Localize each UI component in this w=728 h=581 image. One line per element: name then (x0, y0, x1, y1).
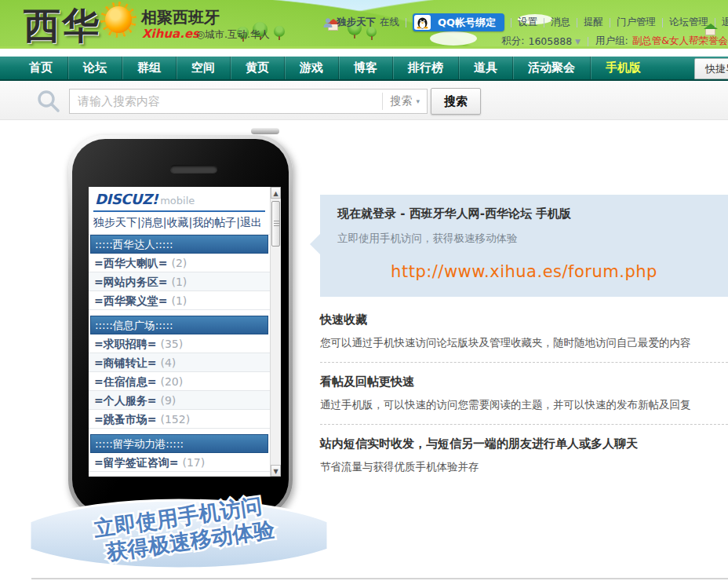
header-link-messages[interactable]: 消息 (551, 16, 570, 29)
discuz-logo: DISCUZ! (95, 191, 158, 207)
forum-name: =求职招聘= (94, 338, 156, 350)
logo-slogan: 相聚西班牙 (141, 7, 220, 28)
forum-name: =跳蚤市场= (94, 413, 156, 426)
site-banner: 西华 相聚西班牙 Xihua.es ◎城市.互动.华人 独步天下 在线 QQ帐号… (0, 0, 728, 49)
forum-count: (20) (160, 375, 183, 388)
username-link[interactable]: 独步天下 (337, 16, 376, 29)
footer-divider (31, 578, 728, 579)
nav-item-yellowpages[interactable]: 黄页 (230, 57, 284, 79)
qq-bind-button[interactable]: QQ帐号绑定 (413, 13, 504, 31)
sun-icon (100, 2, 136, 38)
nav-item-space[interactable]: 空间 (176, 57, 230, 79)
phone-mockup: DISCUZ!mobile 独步天下|消息|收藏|我的帖子|退出 :::::西华… (68, 135, 293, 517)
promo-ribbon: 立即使用手机访问 获得极速移动体验 (28, 481, 329, 576)
nav-item-blog[interactable]: 博客 (338, 57, 392, 79)
header-link-forum-admin[interactable]: 论坛管理 (669, 16, 708, 29)
promo-panel: 现在就登录 - 西班牙华人网-西华论坛 手机版 立即使用手机访问，获得极速移动体… (320, 195, 728, 297)
nav-item-mobile[interactable]: 手机版 (590, 57, 656, 79)
forum-count: (17) (182, 456, 205, 469)
divider (715, 18, 715, 27)
forum-count: (1) (171, 276, 187, 288)
search-button[interactable]: 搜索 (431, 88, 481, 115)
quick-nav-button[interactable]: 快捷导航 (694, 58, 728, 79)
mobile-forum-row[interactable]: =住宿信息=(20) (89, 372, 270, 391)
mobile-forum-row[interactable]: =商铺转让=(4) (89, 353, 270, 372)
mobile-nav-links[interactable]: 独步天下|消息|收藏|我的帖子|退出 (89, 212, 270, 235)
phone-screen: DISCUZ!mobile 独步天下|消息|收藏|我的帖子|退出 :::::西华… (89, 187, 281, 477)
nav-item-rankings[interactable]: 排行榜 (392, 57, 458, 79)
nav-item-home[interactable]: 首页 (14, 57, 67, 79)
forum-name: =西华大喇叭= (94, 257, 167, 269)
promo-title: 现在就登录 - 西班牙华人网-西华论坛 手机版 (337, 206, 711, 221)
divider (320, 362, 728, 363)
main-nav: 首页 论坛 群组 空间 黄页 游戏 博客 排行榜 道具 活动聚会 手机版 快捷导… (0, 57, 728, 81)
forum-name: =西华聚义堂= (94, 294, 167, 307)
tree-icon (274, 26, 285, 37)
mobile-forum-page: DISCUZ!mobile 独步天下|消息|收藏|我的帖子|退出 :::::西华… (89, 187, 270, 472)
search-input[interactable] (70, 94, 382, 108)
credits-label: 积分: (501, 35, 524, 48)
cloud-shape (430, 31, 477, 46)
forum-count: (4) (160, 356, 176, 369)
forum-name: =留学签证咨询= (94, 456, 178, 469)
header-link-logout[interactable]: 退出 (722, 16, 728, 29)
nav-item-games[interactable]: 游戏 (284, 57, 338, 79)
usergroup-value[interactable]: 副总管&女人帮荣誉会 (632, 35, 728, 48)
mobile-forum-row[interactable]: =求职招聘=(35) (89, 334, 270, 353)
divider (662, 18, 663, 27)
mobile-category-header[interactable]: :::::信息广场::::: (90, 316, 268, 334)
nav-item-groups[interactable]: 群组 (122, 57, 176, 79)
forum-count: (35) (160, 338, 183, 350)
forum-count: (1) (171, 294, 187, 307)
divider (511, 18, 511, 27)
scroll-up-icon[interactable]: ▲ (271, 187, 281, 199)
feature-description: 您可以通过手机快速访问论坛版块及管理收藏夹，随时随地访问自己最爱的内容 (320, 336, 728, 350)
divider (577, 18, 577, 27)
divider (544, 18, 544, 27)
phone-body: DISCUZ!mobile 独步天下|消息|收藏|我的帖子|退出 :::::西华… (72, 139, 289, 513)
credits-value[interactable]: 1605888 (528, 35, 572, 47)
forum-name: =商铺转让= (94, 356, 156, 369)
mobile-forum-row[interactable]: =个人服务=(9) (89, 391, 270, 410)
mobile-forum-row[interactable]: =留学签证咨询=(17) (89, 453, 270, 472)
nav-item-events[interactable]: 活动聚会 (512, 57, 590, 79)
logo-domain[interactable]: Xihua.es (142, 27, 199, 41)
mobile-forum-row[interactable]: =西华大喇叭=(2) (89, 254, 270, 272)
discuz-logo-row: DISCUZ!mobile (89, 187, 270, 208)
mobile-forum-row[interactable]: =西华聚义堂=(1) (89, 291, 270, 310)
search-scope-select[interactable]: 搜索 ▾ (382, 93, 427, 110)
forum-count: (2) (171, 257, 187, 269)
site-logo[interactable]: 西华 (24, 2, 100, 51)
mobile-category-header[interactable]: :::::西华达人::::: (90, 235, 268, 254)
header-user-stats: 积分: 1605888 ▼ 用户组: 副总管&女人帮荣誉会 (501, 35, 728, 48)
header-link-settings[interactable]: 设置 (518, 16, 537, 29)
forum-count: (9) (160, 394, 176, 407)
search-bar: 搜索 ▾ 搜索 (0, 81, 728, 120)
callout-arrow (310, 234, 320, 254)
feature-description: 通过手机版，可以快速的访问您需要阅读的主题，并可以快速的发布新帖及回复 (320, 398, 728, 412)
divider (406, 18, 406, 27)
chevron-down-icon[interactable]: ▼ (575, 38, 581, 46)
search-scope-label: 搜索 (390, 94, 412, 108)
mobile-forum-row[interactable]: =跳蚤市场=(152) (89, 410, 270, 429)
header-link-reminders[interactable]: 提醒 (584, 16, 603, 29)
usergroup-label: 用户组: (595, 35, 628, 48)
scrollbar-thumb[interactable] (271, 201, 280, 247)
phone-scrollbar[interactable]: ▲ ▼ (270, 187, 281, 477)
nav-item-props[interactable]: 道具 (458, 57, 512, 79)
header-links: 独步天下 在线 QQ帐号绑定 设置 消息 提醒 门户管理 论坛管理 (322, 13, 728, 31)
promo-subtitle: 立即使用手机访问，获得极速移动体验 (337, 232, 711, 246)
phone-speaker (170, 165, 217, 173)
scroll-down-icon[interactable]: ▼ (271, 465, 281, 477)
online-status: 在线 (380, 16, 399, 29)
feature-description: 节省流量与获得优质手机体验并存 (320, 460, 728, 474)
mobile-category-header[interactable]: :::::留学动力港::::: (90, 434, 268, 453)
feature-title: 站内短信实时收发，与短信另一端的朋友进行单人或多人聊天 (320, 437, 728, 451)
logo-tagline: ◎城市.互动.华人 (196, 28, 270, 42)
mobile-forum-row[interactable]: =网站内务区=(1) (89, 272, 270, 291)
header-link-portal-admin[interactable]: 门户管理 (617, 16, 656, 29)
chevron-down-icon: ▾ (416, 97, 420, 105)
forum-count: (152) (160, 413, 190, 426)
divider (588, 37, 588, 46)
nav-item-forum[interactable]: 论坛 (67, 57, 122, 79)
